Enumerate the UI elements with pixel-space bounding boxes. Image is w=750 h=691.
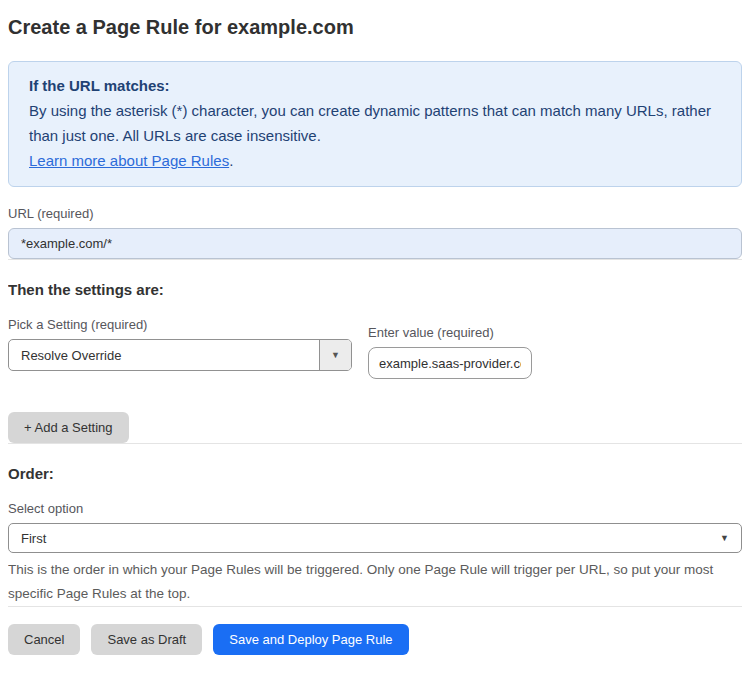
order-dropdown[interactable]: First ▼ [8,523,742,553]
save-and-deploy-button[interactable]: Save and Deploy Page Rule [213,624,408,655]
pick-setting-label: Pick a Setting (required) [8,317,352,332]
learn-more-link[interactable]: Learn more about Page Rules [29,152,229,169]
settings-row: Pick a Setting (required) Resolve Overri… [8,298,742,379]
setting-value-input[interactable] [368,347,532,379]
info-box-link-line: Learn more about Page Rules. [29,148,721,173]
order-select-label: Select option [8,501,742,516]
url-input[interactable] [8,228,742,259]
enter-value-label: Enter value (required) [368,325,532,340]
link-period: . [229,152,233,169]
chevron-down-icon: ▼ [331,350,340,360]
save-as-draft-button[interactable]: Save as Draft [91,624,202,655]
enter-value-column: Enter value (required) [368,306,532,379]
info-box-heading: If the URL matches: [29,73,721,98]
url-matches-info-box: If the URL matches: By using the asteris… [8,61,742,187]
cancel-button[interactable]: Cancel [8,624,80,655]
add-setting-button[interactable]: + Add a Setting [8,412,129,443]
divider [8,259,742,260]
pick-setting-selected-value: Resolve Override [9,340,319,370]
page-title: Create a Page Rule for example.com [8,16,742,39]
divider [8,443,742,444]
order-section-heading: Order: [8,465,742,482]
divider [8,606,742,607]
pick-setting-dropdown[interactable]: Resolve Override ▼ [8,339,352,371]
dropdown-arrow-button[interactable]: ▼ [319,340,351,370]
order-selected-value: First [21,531,720,546]
order-help-text: This is the order in which your Page Rul… [8,558,742,606]
info-box-body: By using the asterisk (*) character, you… [29,98,721,148]
pick-setting-column: Pick a Setting (required) Resolve Overri… [8,298,352,371]
url-field-label: URL (required) [8,206,742,221]
footer-buttons: Cancel Save as Draft Save and Deploy Pag… [8,624,742,655]
chevron-down-icon: ▼ [720,533,729,543]
settings-section-heading: Then the settings are: [8,281,742,298]
